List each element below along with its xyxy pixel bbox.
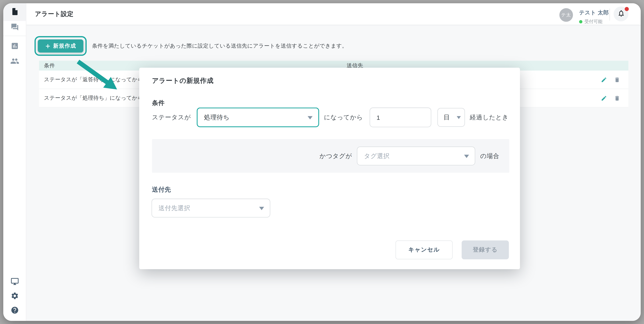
unit-select[interactable]: 日 xyxy=(437,108,465,127)
chat-icon xyxy=(10,23,19,33)
user-status: 受付可能 xyxy=(579,18,602,24)
destination-section-label: 送付先 xyxy=(152,186,171,194)
trash-icon[interactable] xyxy=(614,76,620,83)
status-select[interactable]: 処理待ち xyxy=(197,108,319,127)
sidebar-item-monitor[interactable] xyxy=(3,274,26,291)
status-prefix-label: ステータスが xyxy=(152,113,191,121)
screenshot-stage: アラート設定 テ太 テスト 太郎 受付可能 xyxy=(0,0,644,324)
sidebar-item-documents[interactable] xyxy=(3,3,26,21)
app-window: アラート設定 テ太 テスト 太郎 受付可能 xyxy=(3,3,641,321)
sidebar xyxy=(3,3,26,321)
topbar-divider xyxy=(610,9,610,20)
sidebar-item-settings[interactable] xyxy=(3,289,26,305)
sidebar-item-members[interactable] xyxy=(3,54,26,70)
create-alert-button[interactable]: 新規作成 xyxy=(38,39,84,52)
people-icon xyxy=(10,57,19,67)
modal-actions: キャンセル 登録する xyxy=(396,241,509,259)
tag-select-placeholder: タグ選択 xyxy=(364,152,390,160)
destination-select-placeholder: 送付先選択 xyxy=(158,204,190,212)
trash-icon[interactable] xyxy=(614,95,620,101)
chevron-down-icon xyxy=(464,155,469,158)
unread-badge-dot xyxy=(625,7,629,11)
status-text: 受付可能 xyxy=(584,18,602,24)
plus-icon xyxy=(45,43,50,49)
document-icon xyxy=(10,7,19,17)
chevron-down-icon xyxy=(259,207,264,210)
edit-pencil-icon[interactable] xyxy=(601,76,607,83)
duration-input[interactable] xyxy=(370,108,431,127)
tag-condition-box: かつタグが タグ選択 の場合 xyxy=(152,139,509,173)
status-select-value: 処理待ち xyxy=(204,113,230,121)
avatar-initials: テ太 xyxy=(561,12,571,18)
destination-select[interactable]: 送付先選択 xyxy=(152,199,270,217)
settings-gear-icon xyxy=(10,292,19,302)
toolbar: 新規作成 条件を満たしているチケットがあった際に設定している送信先にアラートを送… xyxy=(34,36,348,56)
sidebar-item-chat[interactable] xyxy=(3,20,26,36)
condition-row: ステータスが 処理待ち になってから 日 経過したとき xyxy=(152,108,509,127)
sidebar-item-analytics[interactable] xyxy=(3,38,26,55)
col-header-condition: 条件 xyxy=(39,62,55,69)
tag-suffix-label: の場合 xyxy=(480,152,500,160)
avatar[interactable]: テ太 xyxy=(559,8,573,22)
page-title: アラート設定 xyxy=(35,10,74,18)
unit-select-value: 日 xyxy=(444,113,450,121)
tutorial-highlight-ring: 新規作成 xyxy=(34,36,87,56)
submit-button[interactable]: 登録する xyxy=(462,241,509,259)
edit-pencil-icon[interactable] xyxy=(601,95,607,101)
after-label: になってから xyxy=(324,113,363,121)
sidebar-item-help[interactable] xyxy=(3,303,26,319)
page-description: 条件を満たしているチケットがあった際に設定している送信先にアラートを送信すること… xyxy=(92,42,347,50)
topbar: アラート設定 テ太 テスト 太郎 受付可能 xyxy=(26,3,641,24)
monitor-icon xyxy=(10,277,19,287)
cancel-button[interactable]: キャンセル xyxy=(396,241,453,259)
elapsed-label: 経過したとき xyxy=(470,113,508,121)
tutorial-arrow-icon xyxy=(73,57,120,92)
sidebar-divider xyxy=(3,36,26,36)
modal-title: アラートの新規作成 xyxy=(152,77,214,85)
tag-select[interactable]: タグ選択 xyxy=(357,147,475,165)
help-icon xyxy=(10,306,19,316)
user-name: テスト 太郎 xyxy=(579,9,609,16)
chevron-down-icon xyxy=(308,116,312,119)
condition-section-label: 条件 xyxy=(152,99,165,107)
bell-icon xyxy=(617,9,625,19)
bar-chart-icon xyxy=(10,42,19,52)
create-alert-modal: アラートの新規作成 条件 ステータスが 処理待ち になってから 日 経過したとき… xyxy=(139,68,520,269)
create-alert-button-label: 新規作成 xyxy=(53,42,76,50)
tag-prefix-label: かつタグが xyxy=(320,152,352,160)
chevron-down-icon xyxy=(457,116,461,119)
status-green-dot xyxy=(579,20,582,23)
